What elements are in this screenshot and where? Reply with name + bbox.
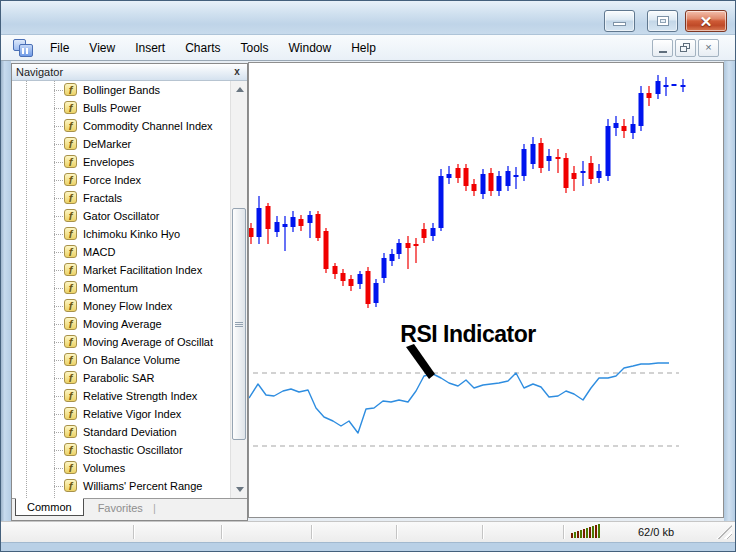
resize-grip[interactable]: [716, 525, 732, 539]
tree-connector: [54, 486, 63, 487]
chart-restore-button[interactable]: [675, 39, 696, 57]
close-icon: ✕: [700, 14, 713, 29]
window-frame-left: [1, 61, 11, 521]
window-minimize-button[interactable]: [604, 10, 635, 32]
navigator-title: Navigator: [16, 64, 63, 80]
navigator-item-gator-oscillator[interactable]: fGator Oscillator: [12, 207, 247, 225]
candlestick: [556, 149, 561, 173]
tick-volume-bars-icon: [571, 524, 600, 538]
candlestick: [422, 223, 427, 243]
scrollbar-thumb[interactable]: [232, 208, 246, 440]
navigator-item-label: Volumes: [83, 459, 125, 477]
menu-item-insert[interactable]: Insert: [125, 37, 175, 59]
indicator-function-icon: f: [64, 317, 77, 330]
signal-bar: [583, 529, 585, 538]
navigator-item-commodity-channel-index[interactable]: fCommodity Channel Index: [12, 117, 247, 135]
navigator-item-moving-average-of-oscillat[interactable]: fMoving Average of Oscillat: [12, 333, 247, 351]
indicator-function-icon: f: [64, 389, 77, 402]
candlestick: [606, 119, 611, 181]
candlestick: [283, 216, 288, 251]
signal-bar: [589, 527, 591, 538]
navigator-item-label: DeMarker: [83, 135, 131, 153]
candlestick: [497, 171, 502, 196]
navigator-item-stochastic-oscillator[interactable]: fStochastic Oscillator: [12, 441, 247, 459]
candlestick: [564, 153, 569, 193]
navigator-item-volumes[interactable]: fVolumes: [12, 459, 247, 477]
candlestick: [589, 156, 594, 184]
navigator-item-parabolic-sar[interactable]: fParabolic SAR: [12, 369, 247, 387]
navigator-item-fractals[interactable]: fFractals: [12, 189, 247, 207]
triangle-up-icon: [236, 87, 244, 92]
menu-item-charts[interactable]: Charts: [175, 37, 230, 59]
candlestick: [390, 249, 395, 266]
navigator-item-bulls-power[interactable]: fBulls Power: [12, 99, 247, 117]
navigator-item-on-balance-volume[interactable]: fOn Balance Volume: [12, 351, 247, 369]
tree-connector: [54, 342, 63, 343]
chart-close-button[interactable]: ×: [698, 39, 719, 57]
indicator-function-icon: f: [64, 353, 77, 366]
indicator-function-icon: f: [64, 443, 77, 456]
window-maximize-button[interactable]: [647, 10, 678, 32]
tree-connector: [54, 90, 63, 91]
navigator-header[interactable]: Navigator x: [12, 64, 247, 81]
candlestick: [341, 269, 346, 286]
tree-connector: [54, 198, 63, 199]
candlestick: [358, 271, 363, 289]
tab-favorites[interactable]: Favorites: [84, 499, 153, 514]
navigator-tree: fBollinger BandsfBulls PowerfCommodity C…: [12, 81, 247, 498]
navigator-panel: Navigator x fBollinger BandsfBulls Power…: [11, 63, 248, 521]
window-close-button[interactable]: ✕: [685, 10, 727, 32]
navigator-item-money-flow-index[interactable]: fMoney Flow Index: [12, 297, 247, 315]
menu-item-view[interactable]: View: [79, 37, 125, 59]
signal-bar: [580, 530, 582, 538]
navigator-tab-bar: Common Favorites |: [12, 498, 247, 520]
candlestick: [291, 211, 296, 232]
navigator-item-moving-average[interactable]: fMoving Average: [12, 315, 247, 333]
candlestick: [647, 86, 652, 106]
navigator-item-label: Commodity Channel Index: [83, 117, 213, 135]
navigator-item-relative-strength-index[interactable]: fRelative Strength Index: [12, 387, 247, 405]
indicator-function-icon: f: [64, 245, 77, 258]
navigator-item-label: Money Flow Index: [83, 297, 172, 315]
tree-connector: [54, 126, 63, 127]
app-logo-icon[interactable]: [13, 39, 34, 57]
signal-bar: [571, 533, 573, 538]
candlestick: [299, 215, 304, 231]
minimize-icon: [659, 51, 667, 53]
indicator-function-icon: f: [64, 155, 77, 168]
navigator-item-demarker[interactable]: fDeMarker: [12, 135, 247, 153]
signal-bar: [595, 525, 597, 538]
menu-item-file[interactable]: File: [40, 37, 79, 59]
menu-item-help[interactable]: Help: [341, 37, 386, 59]
tree-connector: [54, 144, 63, 145]
statusbar-separator: [311, 525, 312, 539]
mdi-window-controls: ×: [652, 39, 719, 57]
navigator-close-icon[interactable]: x: [231, 64, 243, 80]
candlestick: [349, 275, 354, 291]
chart-minimize-button[interactable]: [652, 39, 673, 57]
tree-connector: [54, 108, 63, 109]
navigator-item-relative-vigor-index[interactable]: fRelative Vigor Index: [12, 405, 247, 423]
navigator-item-momentum[interactable]: fMomentum: [12, 279, 247, 297]
window-titlebar[interactable]: ✕: [1, 1, 735, 35]
scroll-up-button[interactable]: [231, 81, 247, 98]
navigator-item-bollinger-bands[interactable]: fBollinger Bands: [12, 81, 247, 99]
menu-item-window[interactable]: Window: [279, 37, 342, 59]
window-frame-right: [724, 61, 735, 521]
navigator-item-ichimoku-kinko-hyo[interactable]: fIchimoku Kinko Hyo: [12, 225, 247, 243]
navigator-item-force-index[interactable]: fForce Index: [12, 171, 247, 189]
statusbar-separator: [563, 525, 564, 539]
navigator-item-market-facilitation-index[interactable]: fMarket Facilitation Index: [12, 261, 247, 279]
navigator-scrollbar[interactable]: [230, 81, 247, 498]
indicator-function-icon: f: [64, 83, 77, 96]
scroll-down-button[interactable]: [231, 481, 247, 498]
navigator-item-williams-percent-range[interactable]: fWilliams' Percent Range: [12, 477, 247, 495]
application-window: ✕ FileViewInsertChartsToolsWindowHelp × …: [0, 0, 736, 552]
menu-item-tools[interactable]: Tools: [231, 37, 279, 59]
navigator-item-envelopes[interactable]: fEnvelopes: [12, 153, 247, 171]
chart-panel[interactable]: RSI Indicator: [248, 62, 724, 518]
navigator-item-standard-deviation[interactable]: fStandard Deviation: [12, 423, 247, 441]
tab-common[interactable]: Common: [15, 498, 84, 516]
candlestick: [489, 168, 494, 196]
navigator-item-macd[interactable]: fMACD: [12, 243, 247, 261]
